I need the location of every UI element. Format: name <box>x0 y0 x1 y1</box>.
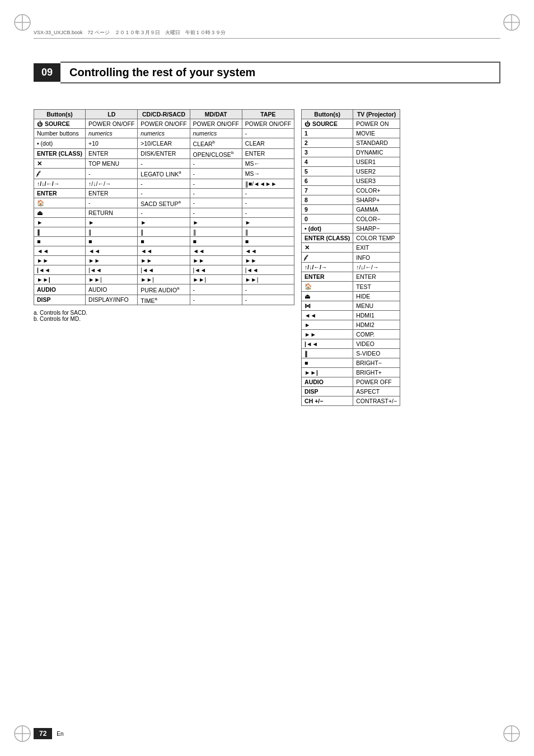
right-table-cell: ►► <box>302 330 353 339</box>
right-table-cell: STANDARD <box>353 138 400 148</box>
left-table-row: ►►►►►►►►►► <box>34 256 294 265</box>
left-table: Button(s) LD CD/CD-R/SACD MD/DAT TAPE ⏻ … <box>34 109 294 305</box>
left-th-buttons: Button(s) <box>34 110 86 119</box>
right-table-cell: 3 <box>302 148 353 157</box>
left-table-row: 𝒻-LEGATO LINKa-MS→ <box>34 169 294 179</box>
left-table-cell: ◄◄ <box>138 246 190 256</box>
left-table-cell: TIMEa <box>138 295 190 305</box>
right-table-cell: EXIT <box>353 243 400 253</box>
left-table-cell: ‖ <box>190 227 242 237</box>
left-table-cell: DISP <box>34 295 86 305</box>
right-table-cell: 6 <box>302 176 353 186</box>
right-table-row: ►►COMP. <box>302 330 400 339</box>
left-table-cell: ⏻ SOURCE <box>34 119 86 129</box>
right-table-row: ►►|BRIGHT+ <box>302 368 400 377</box>
left-table-cell: ENTER (CLASS) <box>34 148 86 159</box>
right-table-cell: HIDE <box>353 292 400 301</box>
footnote-b: b. Controls for MD. <box>34 316 294 322</box>
right-table-cell: 1 <box>302 129 353 138</box>
right-table-cell: 9 <box>302 205 353 214</box>
left-table-cell: - <box>190 188 242 198</box>
left-table-cell: - <box>242 188 294 198</box>
page-lang: En <box>57 731 63 737</box>
left-table-cell: ►► <box>34 256 86 265</box>
left-table-cell: ENTER <box>86 148 138 159</box>
corner-decoration-br <box>500 722 523 745</box>
right-table-header-row: Button(s) TV (Projector) <box>302 110 400 119</box>
left-table-cell: ►► <box>138 256 190 265</box>
right-table-cell: HDMI1 <box>353 311 400 320</box>
right-table-cell: SHARP+ <box>353 195 400 205</box>
left-table-cell: - <box>242 284 294 295</box>
left-table-cell: ►► <box>242 256 294 265</box>
left-th-cd: CD/CD-R/SACD <box>138 110 190 119</box>
left-table-cell: CLEARb <box>190 138 242 149</box>
right-th-tv: TV (Projector) <box>353 110 400 119</box>
left-table-cell: |◄◄ <box>242 265 294 275</box>
right-table-container: Button(s) TV (Projector) ⏻ SOURCEPOWER O… <box>301 109 400 406</box>
right-table-cell: GAMMA <box>353 205 400 214</box>
left-table-row: DISPDISPLAY/INFOTIMEa-- <box>34 295 294 305</box>
left-table-cell: ►► <box>190 256 242 265</box>
left-table-row: ENTERENTER--- <box>34 188 294 198</box>
left-table-row: ⏻ SOURCEPOWER ON/OFFPOWER ON/OFFPOWER ON… <box>34 119 294 129</box>
right-table-cell: S-VIDEO <box>353 349 400 358</box>
right-table-cell: ⋈ <box>302 301 353 311</box>
left-table-cell: ►►| <box>190 275 242 284</box>
chapter-header: 09 Controlling the rest of your system <box>34 62 500 83</box>
left-table-cell: ■ <box>190 237 242 246</box>
left-table-cell: ↑/↓/←/→ <box>34 179 86 188</box>
right-table-cell: POWER ON <box>353 119 400 129</box>
left-table-cell: - <box>190 208 242 218</box>
right-th-buttons: Button(s) <box>302 110 353 119</box>
right-table-cell: TEST <box>353 282 400 292</box>
right-table-cell: |◄◄ <box>302 339 353 349</box>
left-table-cell: POWER ON/OFF <box>138 119 190 129</box>
main-content: Button(s) LD CD/CD-R/SACD MD/DAT TAPE ⏻ … <box>34 109 500 406</box>
right-table-cell: USER3 <box>353 176 400 186</box>
left-table-cell: ■ <box>34 237 86 246</box>
left-table-cell: - <box>138 208 190 218</box>
right-table-cell: ‖ <box>302 349 353 358</box>
left-table-cell: 🏠 <box>34 198 86 208</box>
right-table-row: 🏠TEST <box>302 282 400 292</box>
right-table-cell: COLOR− <box>353 214 400 224</box>
left-table-header-row: Button(s) LD CD/CD-R/SACD MD/DAT TAPE <box>34 110 294 119</box>
right-table-row: ⋈MENU <box>302 301 400 311</box>
left-table-row: ENTER (CLASS)ENTERDISK/ENTEROPEN/CLOSEbE… <box>34 148 294 159</box>
right-table-row: 0COLOR− <box>302 214 400 224</box>
left-table-cell: ■ <box>138 237 190 246</box>
left-table-cell: DISK/ENTER <box>138 148 190 159</box>
left-table-cell: SACD SETUPa <box>138 198 190 208</box>
left-table-cell: ► <box>86 218 138 227</box>
left-table-cell: ENTER <box>34 188 86 198</box>
left-table-cell: - <box>242 295 294 305</box>
left-table-cell: TOP MENU <box>86 159 138 169</box>
page-footer: 72 En <box>34 728 64 739</box>
right-table-cell: 4 <box>302 157 353 167</box>
right-table-row: ■BRIGHT− <box>302 358 400 368</box>
left-table-cell: - <box>190 159 242 169</box>
left-table-cell: - <box>190 284 242 295</box>
left-table-cell: - <box>86 198 138 208</box>
right-table-row: 4USER1 <box>302 157 400 167</box>
left-table-row: |◄◄|◄◄|◄◄|◄◄|◄◄ <box>34 265 294 275</box>
left-table-cell: - <box>86 169 138 179</box>
left-table-cell: - <box>190 295 242 305</box>
left-table-cell: ‖■/◄◄►► <box>242 179 294 188</box>
left-table-cell: LEGATO LINKa <box>138 169 190 179</box>
left-table-cell: - <box>190 198 242 208</box>
right-table-cell: ✕ <box>302 243 353 253</box>
left-table-cell: AUDIO <box>34 284 86 295</box>
left-table-cell: |◄◄ <box>34 265 86 275</box>
left-table-cell: |◄◄ <box>138 265 190 275</box>
right-table-cell: ↑/↓/←/→ <box>353 263 400 272</box>
left-table-cell: OPEN/CLOSEb <box>190 148 242 159</box>
left-table-cell: ‖ <box>86 227 138 237</box>
right-table-row: ⏏HIDE <box>302 292 400 301</box>
right-table-cell: 𝒻 <box>302 253 353 263</box>
left-table-cell: • (dot) <box>34 138 86 149</box>
right-table-cell: VIDEO <box>353 339 400 349</box>
footnote-a: a. Controls for SACD. <box>34 310 294 316</box>
right-table-cell: 0 <box>302 214 353 224</box>
